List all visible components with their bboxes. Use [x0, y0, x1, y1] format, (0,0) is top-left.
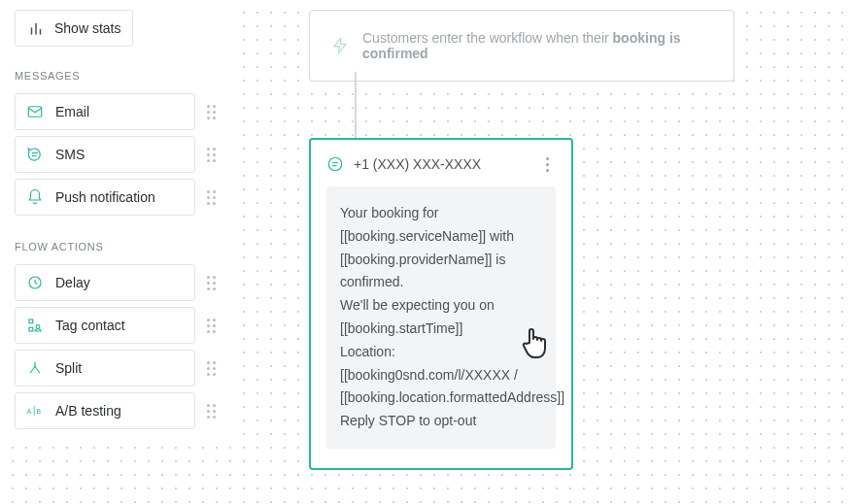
sms-body-preview: Your booking for [[booking.serviceName]]…	[326, 186, 556, 449]
svg-point-14	[328, 157, 342, 171]
sms-icon	[326, 155, 344, 173]
sidebar-item-ab-testing[interactable]: A B A/B testing	[15, 392, 195, 429]
entry-text: Customers enter the workflow when their …	[362, 30, 712, 61]
ab-testing-icon: A B	[26, 402, 44, 420]
messages-section-label: MESSAGES	[0, 64, 233, 87]
sidebar-item-label: Split	[55, 360, 82, 376]
svg-rect-8	[29, 327, 33, 331]
cursor-pointer-icon	[520, 325, 551, 364]
sidebar-item-sms[interactable]: SMS	[15, 136, 195, 173]
svg-text:B: B	[37, 408, 42, 415]
drag-handle[interactable]	[203, 264, 219, 301]
tag-contact-icon	[26, 317, 44, 334]
svg-rect-3	[28, 107, 42, 118]
split-icon	[26, 359, 44, 377]
svg-point-9	[36, 325, 40, 329]
svg-text:A: A	[27, 408, 32, 415]
drag-handle[interactable]	[203, 136, 219, 173]
svg-marker-13	[334, 39, 346, 53]
connector-line	[355, 72, 357, 138]
sms-from-number: +1 (XXX) XXX-XXXX	[354, 156, 529, 172]
mail-icon	[26, 103, 44, 120]
sidebar-item-split[interactable]: Split	[15, 350, 195, 386]
bolt-icon	[331, 37, 349, 54]
drag-handle[interactable]	[203, 307, 219, 344]
drag-handle[interactable]	[203, 179, 219, 216]
sms-node[interactable]: +1 (XXX) XXX-XXXX Your booking for [[boo…	[309, 138, 573, 470]
sidebar-item-label: SMS	[55, 147, 85, 162]
flow-actions-section-label: FLOW ACTIONS	[0, 235, 233, 258]
bar-chart-icon	[27, 19, 45, 37]
sidebar-item-label: Delay	[55, 275, 90, 290]
sidebar-item-label: Tag contact	[55, 318, 125, 333]
show-stats-button[interactable]: Show stats	[15, 10, 133, 47]
svg-rect-7	[29, 319, 33, 323]
clock-icon	[26, 274, 44, 291]
drag-handle[interactable]	[203, 392, 219, 429]
sidebar-item-push[interactable]: Push notification	[15, 179, 195, 216]
sidebar: Show stats MESSAGES Email	[0, 0, 233, 435]
sidebar-item-label: Email	[55, 104, 89, 119]
more-options-button[interactable]	[538, 155, 556, 173]
drag-handle[interactable]	[203, 93, 219, 130]
sidebar-item-label: A/B testing	[55, 403, 121, 419]
sidebar-item-label: Push notification	[55, 189, 155, 205]
sidebar-item-email[interactable]: Email	[15, 93, 195, 130]
drag-handle[interactable]	[203, 350, 219, 386]
sidebar-item-delay[interactable]: Delay	[15, 264, 195, 301]
bell-icon	[26, 188, 44, 206]
sms-icon	[26, 146, 44, 163]
show-stats-label: Show stats	[54, 20, 120, 36]
sidebar-item-tag-contact[interactable]: Tag contact	[15, 307, 195, 344]
workflow-entry-node[interactable]: Customers enter the workflow when their …	[309, 10, 734, 82]
